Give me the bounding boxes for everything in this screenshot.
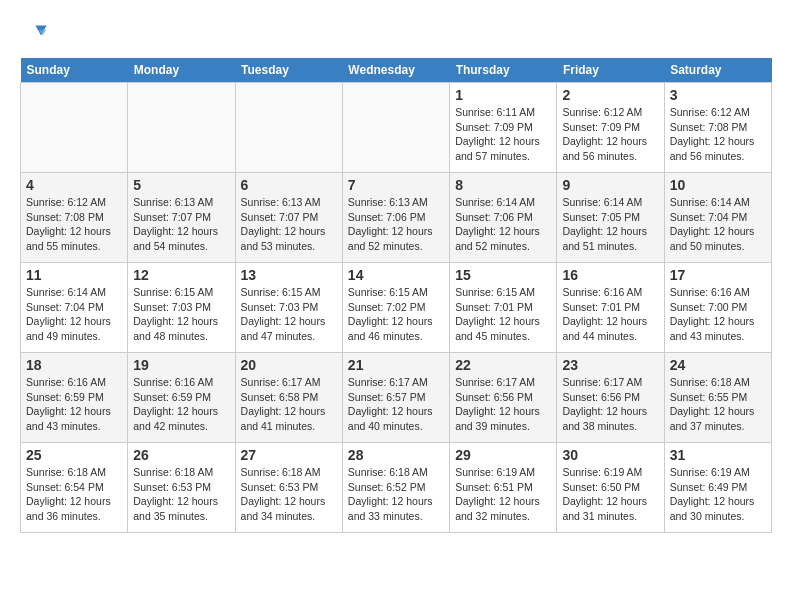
calendar-cell: [21, 83, 128, 173]
day-info: Sunrise: 6:17 AM Sunset: 6:58 PM Dayligh…: [241, 375, 337, 434]
calendar-week: 11Sunrise: 6:14 AM Sunset: 7:04 PM Dayli…: [21, 263, 772, 353]
weekday-header: Wednesday: [342, 58, 449, 83]
day-number: 22: [455, 357, 551, 373]
calendar-cell: 30Sunrise: 6:19 AM Sunset: 6:50 PM Dayli…: [557, 443, 664, 533]
day-number: 19: [133, 357, 229, 373]
day-number: 6: [241, 177, 337, 193]
day-number: 3: [670, 87, 766, 103]
day-number: 7: [348, 177, 444, 193]
day-number: 27: [241, 447, 337, 463]
calendar-cell: [342, 83, 449, 173]
day-number: 23: [562, 357, 658, 373]
day-info: Sunrise: 6:15 AM Sunset: 7:03 PM Dayligh…: [241, 285, 337, 344]
day-info: Sunrise: 6:18 AM Sunset: 6:52 PM Dayligh…: [348, 465, 444, 524]
day-number: 18: [26, 357, 122, 373]
day-info: Sunrise: 6:17 AM Sunset: 6:56 PM Dayligh…: [455, 375, 551, 434]
day-number: 28: [348, 447, 444, 463]
calendar-cell: 6Sunrise: 6:13 AM Sunset: 7:07 PM Daylig…: [235, 173, 342, 263]
calendar-week: 1Sunrise: 6:11 AM Sunset: 7:09 PM Daylig…: [21, 83, 772, 173]
day-info: Sunrise: 6:12 AM Sunset: 7:08 PM Dayligh…: [26, 195, 122, 254]
page-header: [20, 20, 772, 48]
day-info: Sunrise: 6:18 AM Sunset: 6:55 PM Dayligh…: [670, 375, 766, 434]
logo-icon: [20, 20, 48, 48]
calendar-cell: 19Sunrise: 6:16 AM Sunset: 6:59 PM Dayli…: [128, 353, 235, 443]
day-number: 16: [562, 267, 658, 283]
calendar-week: 25Sunrise: 6:18 AM Sunset: 6:54 PM Dayli…: [21, 443, 772, 533]
logo: [20, 20, 52, 48]
day-info: Sunrise: 6:17 AM Sunset: 6:57 PM Dayligh…: [348, 375, 444, 434]
day-number: 13: [241, 267, 337, 283]
calendar-cell: 12Sunrise: 6:15 AM Sunset: 7:03 PM Dayli…: [128, 263, 235, 353]
day-info: Sunrise: 6:14 AM Sunset: 7:06 PM Dayligh…: [455, 195, 551, 254]
weekday-header: Monday: [128, 58, 235, 83]
day-info: Sunrise: 6:18 AM Sunset: 6:53 PM Dayligh…: [241, 465, 337, 524]
calendar-cell: 1Sunrise: 6:11 AM Sunset: 7:09 PM Daylig…: [450, 83, 557, 173]
day-info: Sunrise: 6:12 AM Sunset: 7:08 PM Dayligh…: [670, 105, 766, 164]
day-number: 8: [455, 177, 551, 193]
calendar-cell: 21Sunrise: 6:17 AM Sunset: 6:57 PM Dayli…: [342, 353, 449, 443]
day-info: Sunrise: 6:17 AM Sunset: 6:56 PM Dayligh…: [562, 375, 658, 434]
calendar-cell: 10Sunrise: 6:14 AM Sunset: 7:04 PM Dayli…: [664, 173, 771, 263]
calendar-cell: 27Sunrise: 6:18 AM Sunset: 6:53 PM Dayli…: [235, 443, 342, 533]
day-info: Sunrise: 6:13 AM Sunset: 7:07 PM Dayligh…: [133, 195, 229, 254]
weekday-header: Saturday: [664, 58, 771, 83]
calendar-table: SundayMondayTuesdayWednesdayThursdayFrid…: [20, 58, 772, 533]
calendar-cell: 29Sunrise: 6:19 AM Sunset: 6:51 PM Dayli…: [450, 443, 557, 533]
calendar-cell: 4Sunrise: 6:12 AM Sunset: 7:08 PM Daylig…: [21, 173, 128, 263]
day-info: Sunrise: 6:15 AM Sunset: 7:02 PM Dayligh…: [348, 285, 444, 344]
day-number: 2: [562, 87, 658, 103]
day-number: 26: [133, 447, 229, 463]
day-info: Sunrise: 6:19 AM Sunset: 6:49 PM Dayligh…: [670, 465, 766, 524]
weekday-header: Tuesday: [235, 58, 342, 83]
day-number: 1: [455, 87, 551, 103]
calendar-cell: 5Sunrise: 6:13 AM Sunset: 7:07 PM Daylig…: [128, 173, 235, 263]
calendar-cell: 20Sunrise: 6:17 AM Sunset: 6:58 PM Dayli…: [235, 353, 342, 443]
calendar-cell: 15Sunrise: 6:15 AM Sunset: 7:01 PM Dayli…: [450, 263, 557, 353]
calendar-cell: 14Sunrise: 6:15 AM Sunset: 7:02 PM Dayli…: [342, 263, 449, 353]
calendar-cell: 31Sunrise: 6:19 AM Sunset: 6:49 PM Dayli…: [664, 443, 771, 533]
day-number: 17: [670, 267, 766, 283]
calendar-cell: 2Sunrise: 6:12 AM Sunset: 7:09 PM Daylig…: [557, 83, 664, 173]
calendar-cell: 18Sunrise: 6:16 AM Sunset: 6:59 PM Dayli…: [21, 353, 128, 443]
calendar-cell: [128, 83, 235, 173]
day-info: Sunrise: 6:11 AM Sunset: 7:09 PM Dayligh…: [455, 105, 551, 164]
day-number: 24: [670, 357, 766, 373]
day-number: 21: [348, 357, 444, 373]
day-info: Sunrise: 6:19 AM Sunset: 6:50 PM Dayligh…: [562, 465, 658, 524]
calendar-week: 18Sunrise: 6:16 AM Sunset: 6:59 PM Dayli…: [21, 353, 772, 443]
calendar-cell: 9Sunrise: 6:14 AM Sunset: 7:05 PM Daylig…: [557, 173, 664, 263]
calendar-cell: 28Sunrise: 6:18 AM Sunset: 6:52 PM Dayli…: [342, 443, 449, 533]
calendar-cell: [235, 83, 342, 173]
header-row: SundayMondayTuesdayWednesdayThursdayFrid…: [21, 58, 772, 83]
day-info: Sunrise: 6:18 AM Sunset: 6:53 PM Dayligh…: [133, 465, 229, 524]
day-info: Sunrise: 6:15 AM Sunset: 7:03 PM Dayligh…: [133, 285, 229, 344]
day-number: 4: [26, 177, 122, 193]
day-number: 15: [455, 267, 551, 283]
day-info: Sunrise: 6:19 AM Sunset: 6:51 PM Dayligh…: [455, 465, 551, 524]
day-info: Sunrise: 6:15 AM Sunset: 7:01 PM Dayligh…: [455, 285, 551, 344]
day-number: 9: [562, 177, 658, 193]
day-info: Sunrise: 6:13 AM Sunset: 7:07 PM Dayligh…: [241, 195, 337, 254]
calendar-cell: 24Sunrise: 6:18 AM Sunset: 6:55 PM Dayli…: [664, 353, 771, 443]
calendar-cell: 25Sunrise: 6:18 AM Sunset: 6:54 PM Dayli…: [21, 443, 128, 533]
day-number: 20: [241, 357, 337, 373]
day-number: 25: [26, 447, 122, 463]
day-number: 31: [670, 447, 766, 463]
day-number: 29: [455, 447, 551, 463]
calendar-cell: 16Sunrise: 6:16 AM Sunset: 7:01 PM Dayli…: [557, 263, 664, 353]
day-info: Sunrise: 6:16 AM Sunset: 7:01 PM Dayligh…: [562, 285, 658, 344]
day-number: 12: [133, 267, 229, 283]
day-info: Sunrise: 6:14 AM Sunset: 7:04 PM Dayligh…: [670, 195, 766, 254]
weekday-header: Sunday: [21, 58, 128, 83]
day-info: Sunrise: 6:12 AM Sunset: 7:09 PM Dayligh…: [562, 105, 658, 164]
calendar-cell: 17Sunrise: 6:16 AM Sunset: 7:00 PM Dayli…: [664, 263, 771, 353]
day-info: Sunrise: 6:13 AM Sunset: 7:06 PM Dayligh…: [348, 195, 444, 254]
calendar-cell: 3Sunrise: 6:12 AM Sunset: 7:08 PM Daylig…: [664, 83, 771, 173]
calendar-cell: 22Sunrise: 6:17 AM Sunset: 6:56 PM Dayli…: [450, 353, 557, 443]
calendar-cell: 13Sunrise: 6:15 AM Sunset: 7:03 PM Dayli…: [235, 263, 342, 353]
day-info: Sunrise: 6:16 AM Sunset: 6:59 PM Dayligh…: [133, 375, 229, 434]
day-info: Sunrise: 6:14 AM Sunset: 7:05 PM Dayligh…: [562, 195, 658, 254]
day-info: Sunrise: 6:16 AM Sunset: 7:00 PM Dayligh…: [670, 285, 766, 344]
calendar-cell: 23Sunrise: 6:17 AM Sunset: 6:56 PM Dayli…: [557, 353, 664, 443]
calendar-cell: 7Sunrise: 6:13 AM Sunset: 7:06 PM Daylig…: [342, 173, 449, 263]
